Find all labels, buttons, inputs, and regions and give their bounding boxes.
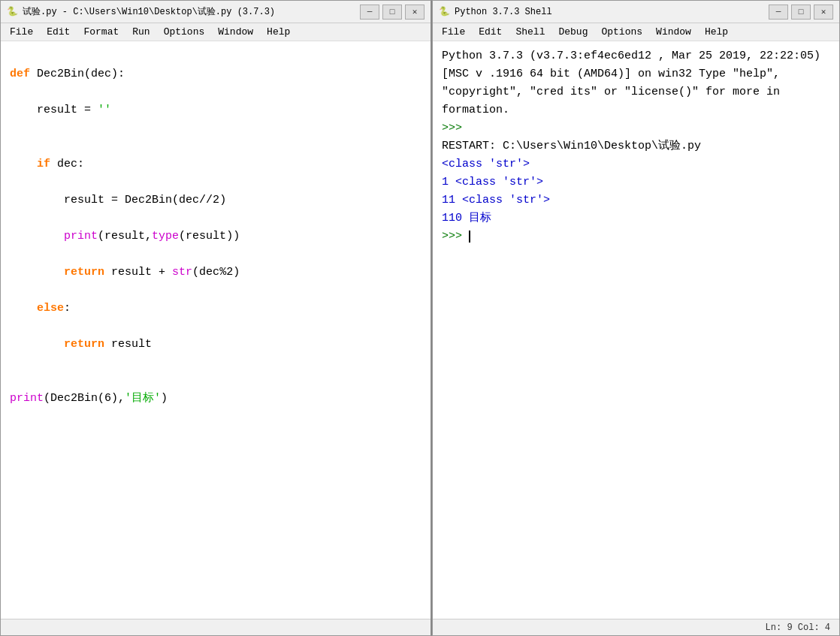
- maximize-button[interactable]: □: [382, 5, 402, 20]
- editor-icon: 🐍: [7, 6, 18, 17]
- shell-menu-window[interactable]: Window: [650, 24, 697, 41]
- menu-file[interactable]: File: [4, 24, 39, 41]
- menu-edit[interactable]: Edit: [41, 24, 76, 41]
- shell-maximize-button[interactable]: □: [791, 5, 811, 20]
- shell-menu-file[interactable]: File: [436, 24, 471, 41]
- menu-format[interactable]: Format: [77, 24, 125, 41]
- editor-window-controls: ─ □ ✕: [360, 5, 425, 20]
- close-button[interactable]: ✕: [405, 5, 425, 20]
- shell-minimize-button[interactable]: ─: [769, 5, 788, 20]
- desktop: 🐍 试验.py - C:\Users\Win10\Desktop\试验.py (…: [0, 0, 840, 636]
- shell-icon: 🐍: [439, 6, 450, 17]
- editor-menubar: File Edit Format Run Options Window Help: [1, 23, 431, 41]
- shell-menu-options[interactable]: Options: [595, 24, 648, 41]
- shell-first-prompt: >>>: [442, 119, 830, 137]
- editor-title-left: 🐍 试验.py - C:\Users\Win10\Desktop\试验.py (…: [7, 5, 275, 18]
- shell-window: 🐍 Python 3.7.3 Shell ─ □ ✕ File Edit She…: [432, 0, 840, 636]
- editor-title: 试验.py - C:\Users\Win10\Desktop\试验.py (3.…: [23, 5, 275, 18]
- editor-statusbar: [1, 619, 431, 635]
- shell-statusbar: Ln: 9 Col: 4: [433, 619, 839, 635]
- shell-intro: Python 3.7.3 (v3.7.3:ef4ec6ed12 , Mar 25…: [442, 47, 830, 119]
- editor-titlebar: 🐍 试验.py - C:\Users\Win10\Desktop\试验.py (…: [1, 1, 431, 23]
- code-editor[interactable]: def Dec2Bin(dec): result = '' if dec: re…: [1, 41, 431, 619]
- shell-current-prompt: >>>: [442, 228, 830, 246]
- shell-title: Python 3.7.3 Shell: [455, 7, 552, 17]
- shell-menubar: File Edit Shell Debug Options Window Hel…: [433, 23, 839, 41]
- shell-restart-line: RESTART: C:\Users\Win10\Desktop\试验.py: [442, 137, 830, 155]
- shell-menu-debug[interactable]: Debug: [552, 24, 594, 41]
- menu-window[interactable]: Window: [212, 24, 259, 41]
- shell-status-text: Ln: 9 Col: 4: [766, 622, 830, 633]
- shell-window-controls: ─ □ ✕: [769, 5, 833, 20]
- shell-titlebar: 🐍 Python 3.7.3 Shell ─ □ ✕: [433, 1, 839, 23]
- shell-output-1: <class 'str'>: [442, 155, 830, 173]
- shell-menu-help[interactable]: Help: [699, 24, 734, 41]
- shell-output[interactable]: Python 3.7.3 (v3.7.3:ef4ec6ed12 , Mar 25…: [433, 41, 839, 619]
- shell-output-3: 11 <class 'str'>: [442, 191, 830, 209]
- editor-window: 🐍 试验.py - C:\Users\Win10\Desktop\试验.py (…: [0, 0, 432, 636]
- shell-close-button[interactable]: ✕: [814, 5, 833, 20]
- shell-output-4: 110 目标: [442, 209, 830, 228]
- minimize-button[interactable]: ─: [360, 5, 379, 20]
- shell-menu-edit[interactable]: Edit: [473, 24, 508, 41]
- menu-options[interactable]: Options: [158, 24, 211, 41]
- shell-menu-shell[interactable]: Shell: [509, 24, 551, 41]
- shell-output-2: 1 <class 'str'>: [442, 173, 830, 191]
- menu-run[interactable]: Run: [126, 24, 156, 41]
- shell-title-left: 🐍 Python 3.7.3 Shell: [439, 6, 552, 17]
- menu-help[interactable]: Help: [261, 24, 296, 41]
